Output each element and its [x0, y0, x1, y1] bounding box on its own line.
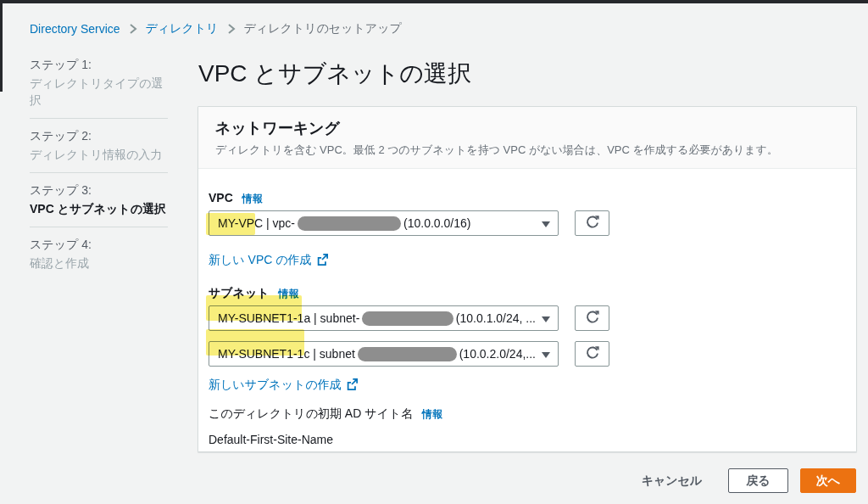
step-link-directory-info[interactable]: ディレクトリ情報の入力	[30, 146, 168, 163]
create-vpc-link[interactable]: 新しい VPC の作成	[209, 253, 328, 268]
vpc-refresh-button[interactable]	[575, 210, 609, 236]
divider	[30, 172, 168, 173]
redacted-vpc-id	[298, 216, 401, 231]
caret-down-icon	[542, 221, 550, 227]
caret-down-icon	[542, 352, 550, 358]
create-vpc-link-label: 新しい VPC の作成	[209, 253, 312, 268]
refresh-icon	[585, 345, 600, 363]
create-subnet-link-label: 新しいサブネットの作成	[209, 378, 342, 393]
networking-card: ネットワーキング ディレクトリを含む VPC。最低 2 つのサブネットを持つ V…	[198, 106, 857, 452]
step-label: ステップ 4:	[30, 237, 168, 252]
chevron-right-icon	[227, 23, 236, 35]
breadcrumb: Directory Service ディレクトリ ディレクトリのセットアップ	[30, 21, 402, 36]
ad-site-label-row: このディレクトリの初期 AD サイト名 情報	[209, 406, 846, 422]
card-title: ネットワーキング	[215, 118, 839, 138]
caret-down-icon	[542, 316, 550, 322]
subnet1-refresh-button[interactable]	[575, 305, 609, 331]
card-body: VPC 情報 MY-VPC | vpc- (10.0.0.0/16) 新しい V…	[198, 169, 856, 446]
step-link-directory-type[interactable]: ディレクトリタイプの選択	[30, 75, 168, 109]
subnet-create-row: 新しいサブネットの作成	[209, 377, 846, 393]
step-link-review-create: 確認と作成	[30, 255, 168, 272]
chevron-right-icon	[129, 23, 137, 35]
vpc-field-label: VPC 情報	[209, 191, 846, 206]
subnet-info-link[interactable]: 情報	[279, 288, 299, 300]
breadcrumb-directory-service[interactable]: Directory Service	[30, 22, 120, 36]
step-label: ステップ 3:	[30, 182, 168, 198]
breadcrumb-current: ディレクトリのセットアップ	[244, 21, 402, 36]
next-button[interactable]: 次へ	[800, 468, 856, 493]
vpc-info-link[interactable]: 情報	[242, 193, 263, 204]
wizard-steps-nav: ステップ 1: ディレクトリタイプの選択 ステップ 2: ディレクトリ情報の入力…	[30, 57, 168, 272]
wizard-footer-actions: キャンセル 戻る 次へ	[642, 468, 856, 493]
subnet-field-label: サブネット 情報	[209, 286, 846, 301]
back-button[interactable]: 戻る	[728, 468, 787, 493]
subnet2-select-row: MY-SUBNET1-1c | subnet (10.0.2.0/24,...	[209, 341, 846, 367]
subnet2-select[interactable]: MY-SUBNET1-1c | subnet (10.0.2.0/24,...	[209, 341, 559, 367]
ad-site-label: このディレクトリの初期 AD サイト名	[209, 406, 413, 420]
vpc-select-value-suffix: (10.0.0.0/16)	[403, 216, 470, 230]
page-title: VPC とサブネットの選択	[198, 58, 471, 90]
subnet2-value-suffix: (10.0.2.0/24,...	[459, 347, 536, 361]
subnet-label: サブネット	[209, 286, 270, 300]
subnet2-value-prefix: MY-SUBNET1-1c | subnet	[218, 347, 355, 361]
refresh-icon	[585, 310, 600, 328]
subnet2-refresh-button[interactable]	[575, 341, 609, 367]
step-item-4: ステップ 4: 確認と作成	[30, 237, 168, 272]
create-subnet-link[interactable]: 新しいサブネットの作成	[209, 378, 358, 393]
subnet1-value-prefix: MY-SUBNET1-1a | subnet-	[218, 311, 359, 325]
subnet1-select-row: MY-SUBNET1-1a | subnet- (10.0.1.0/24, ..…	[209, 305, 846, 331]
external-link-icon	[346, 378, 358, 393]
step-label: ステップ 1:	[30, 57, 168, 72]
step-label: ステップ 2:	[30, 128, 168, 143]
window-top-edge	[0, 0, 868, 3]
divider	[30, 227, 168, 227]
vpc-select-value-prefix: MY-VPC | vpc-	[218, 216, 295, 230]
subnet1-value-suffix: (10.0.1.0/24, ...	[456, 311, 536, 325]
redacted-subnet2-id	[358, 347, 457, 361]
card-description: ディレクトリを含む VPC。最低 2 つのサブネットを持つ VPC がない場合は…	[215, 143, 839, 158]
vpc-select-row: MY-VPC | vpc- (10.0.0.0/16)	[209, 210, 846, 236]
breadcrumb-directories[interactable]: ディレクトリ	[146, 21, 219, 36]
step-current-vpc-subnet: VPC とサブネットの選択	[30, 200, 168, 217]
card-header: ネットワーキング ディレクトリを含む VPC。最低 2 つのサブネットを持つ V…	[198, 107, 856, 169]
ad-site-value: Default-First-Site-Name	[209, 433, 846, 446]
vpc-select[interactable]: MY-VPC | vpc- (10.0.0.0/16)	[209, 210, 559, 236]
external-link-icon	[316, 254, 328, 268]
refresh-icon	[585, 215, 600, 232]
cancel-button[interactable]: キャンセル	[642, 473, 703, 489]
subnet1-select[interactable]: MY-SUBNET1-1a | subnet- (10.0.1.0/24, ..…	[209, 305, 559, 331]
window-left-edge	[0, 0, 3, 92]
vpc-label: VPC	[209, 191, 233, 204]
ad-site-info-link[interactable]: 情報	[422, 408, 442, 420]
step-item-3-current: ステップ 3: VPC とサブネットの選択	[30, 182, 168, 217]
step-item-1: ステップ 1: ディレクトリタイプの選択	[30, 57, 168, 109]
redacted-subnet1-id	[362, 311, 453, 326]
step-item-2: ステップ 2: ディレクトリ情報の入力	[30, 128, 168, 163]
vpc-create-row: 新しい VPC の作成	[209, 244, 846, 268]
divider	[30, 118, 168, 119]
